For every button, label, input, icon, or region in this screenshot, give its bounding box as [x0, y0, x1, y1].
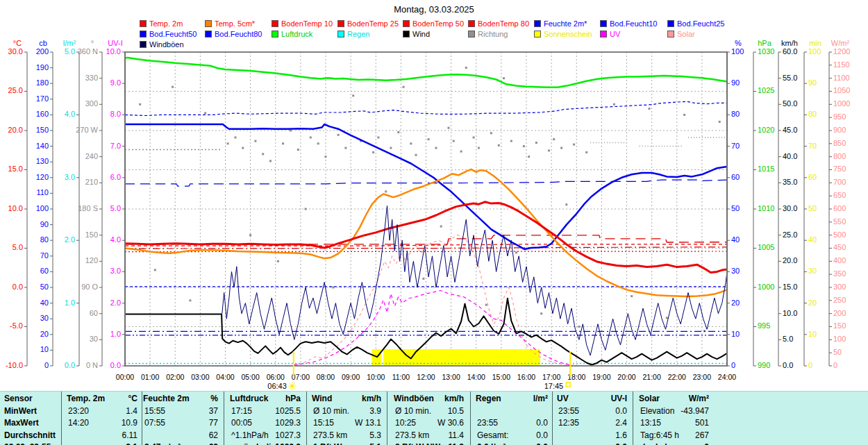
legend-swatch-sonnenschein — [534, 31, 541, 37]
svg-text:UV-I: UV-I — [108, 39, 122, 47]
svg-text:23:00: 23:00 — [693, 373, 711, 381]
legend-label: Richtung — [478, 30, 508, 38]
svg-text:800: 800 — [833, 152, 846, 160]
legend-item-regen: Regen — [337, 30, 369, 38]
legend-swatch-richtung — [468, 31, 475, 37]
svg-text:100: 100 — [731, 47, 744, 56]
svg-text:6.0: 6.0 — [110, 173, 121, 181]
svg-text:4.0: 4.0 — [65, 110, 75, 118]
table-cell-value: 77 — [169, 417, 218, 428]
svg-text:50: 50 — [833, 348, 842, 356]
svg-text:1150: 1150 — [833, 60, 850, 69]
table-divider — [224, 392, 224, 445]
legend-swatch-bod-feucht50 — [140, 31, 147, 37]
svg-text:0.0: 0.0 — [783, 361, 793, 369]
legend-item-feuchte-2m: Feuchte 2m* — [534, 19, 587, 28]
legend-swatch-regen — [337, 31, 344, 37]
legend-swatch-wind — [403, 31, 410, 37]
table-cell-value: 0 — [660, 442, 709, 445]
svg-text:150: 150 — [85, 230, 98, 239]
table-cell-value: 1027.3 — [252, 430, 301, 441]
svg-text:80: 80 — [40, 235, 49, 244]
svg-text:°C: °C — [13, 39, 22, 47]
legend-label: Temp. 5cm* — [215, 19, 255, 28]
svg-text:l/m²: l/m² — [63, 39, 76, 47]
legend-label: Bod.Feucht50 — [149, 30, 197, 38]
svg-text:0: 0 — [833, 361, 837, 369]
legend-swatch-windb-en — [140, 41, 147, 48]
svg-text:13:00: 13:00 — [442, 373, 460, 381]
table-divider — [470, 392, 471, 445]
svg-text:10.0: 10.0 — [8, 204, 23, 212]
legend-swatch-bodentemp-25 — [337, 20, 344, 27]
legend-item-solar: Solar — [667, 30, 695, 38]
legend-item-bodentemp-10: BodenTemp 10 — [272, 19, 333, 28]
svg-text:700: 700 — [833, 178, 846, 186]
svg-text:9.0: 9.0 — [110, 78, 121, 87]
svg-text:240: 240 — [85, 152, 98, 160]
legend-label: BodenTemp 80 — [478, 19, 529, 28]
legend-label: Bod.Feucht10 — [610, 19, 658, 28]
svg-text:400: 400 — [833, 256, 846, 265]
table-cell-value: W 30.6 — [415, 417, 464, 428]
legend-label: Luftdruck — [281, 30, 312, 38]
table-row-label: Durchschnitt — [4, 430, 81, 441]
table-divider — [633, 392, 633, 445]
table-divider — [387, 392, 387, 445]
svg-text:120: 120 — [85, 256, 98, 265]
table-cell-value: 10.9 — [89, 417, 137, 428]
svg-text:330: 330 — [85, 74, 98, 82]
table-cell-value: 11.3 — [415, 442, 464, 445]
svg-text:110: 110 — [36, 188, 49, 196]
svg-text:30.0: 30.0 — [783, 204, 797, 212]
svg-text:300: 300 — [833, 283, 846, 291]
svg-text:30: 30 — [40, 314, 49, 322]
table-cell-value: 5.1 — [333, 442, 381, 445]
legend-item-temp-5cm: Temp. 5cm* — [205, 19, 255, 28]
legend-item-bod-feucht10: Bod.Feucht10 — [600, 19, 658, 28]
svg-text:17:45: 17:45 — [544, 382, 564, 390]
svg-text:360 N: 360 N — [78, 47, 98, 56]
legend-item-temp-2m: Temp. 2m — [140, 19, 183, 28]
svg-text:10.0: 10.0 — [783, 309, 797, 317]
svg-text:40: 40 — [808, 235, 817, 244]
legend-label: Feuchte 2m* — [544, 19, 587, 28]
svg-text:1050: 1050 — [833, 86, 850, 94]
svg-text:55.0: 55.0 — [783, 74, 797, 82]
svg-text:10: 10 — [808, 330, 817, 338]
svg-text:50.0: 50.0 — [783, 99, 797, 108]
svg-text:210: 210 — [85, 178, 98, 186]
legend-label: Windböen — [149, 40, 184, 49]
svg-text:10.0: 10.0 — [106, 47, 121, 56]
table-cell-value: 0.0 — [499, 417, 548, 428]
sunset-icon — [566, 383, 570, 387]
svg-text:30: 30 — [808, 267, 817, 275]
table-cell-value: 62 — [169, 442, 218, 445]
svg-text:08:00: 08:00 — [317, 373, 335, 381]
table-cell-value: 1.4 — [89, 405, 137, 417]
svg-text:°: ° — [91, 39, 94, 47]
svg-text:25.0: 25.0 — [783, 230, 797, 239]
axis-l-m: 0.01.02.03.04.05.0l/m² — [63, 39, 79, 369]
svg-text:70: 70 — [808, 142, 817, 150]
svg-text:15.0: 15.0 — [783, 283, 797, 291]
svg-text:20: 20 — [40, 330, 49, 338]
svg-text:06:43: 06:43 — [267, 382, 287, 390]
svg-text:03:00: 03:00 — [191, 373, 209, 381]
svg-text:30: 30 — [731, 267, 740, 275]
svg-text:450: 450 — [833, 243, 846, 251]
legend-swatch-feuchte-2m — [534, 20, 541, 27]
svg-text:3.0: 3.0 — [65, 173, 75, 181]
svg-text:16:00: 16:00 — [517, 373, 535, 381]
svg-text:5.0: 5.0 — [783, 335, 793, 343]
svg-text:50: 50 — [40, 283, 49, 291]
svg-text:1005: 1005 — [758, 243, 774, 251]
svg-text:20:00: 20:00 — [617, 373, 635, 381]
table-divider — [142, 392, 142, 445]
table-col-unit: hPa — [259, 393, 301, 404]
svg-text:0: 0 — [808, 361, 812, 369]
legend-swatch-temp-5cm — [205, 20, 212, 27]
svg-text:05:00: 05:00 — [241, 373, 259, 381]
svg-text:09:00: 09:00 — [342, 373, 360, 381]
table-col-unit: % — [176, 393, 218, 404]
